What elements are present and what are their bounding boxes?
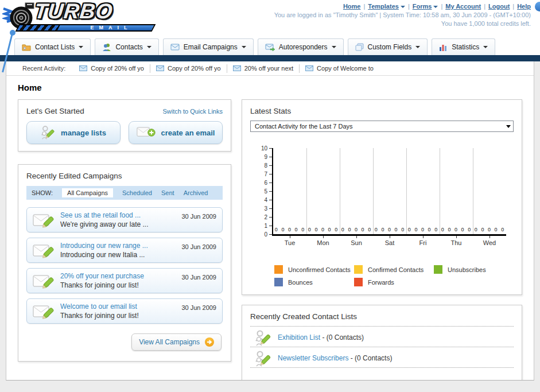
latest-stats-title: Latest Stats bbox=[250, 107, 514, 115]
legend-swatch-icon bbox=[354, 265, 363, 274]
tab-statistics[interactable]: Statistics bbox=[432, 38, 495, 55]
data-value-label: 0 bbox=[468, 227, 471, 232]
campaign-row[interactable]: 20% off your next purchase Thanks for jo… bbox=[26, 268, 223, 293]
campaign-title-link[interactable]: See us at the retail food ... bbox=[60, 211, 170, 219]
create-email-button[interactable]: create an email bbox=[129, 121, 223, 144]
x-axis-label: Wed bbox=[478, 239, 501, 246]
tab-email-campaigns[interactable]: Email Campaigns bbox=[163, 38, 254, 55]
x-axis-tick bbox=[456, 236, 457, 238]
campaign-subtitle: Introducing our new Italia ... bbox=[60, 251, 170, 259]
x-axis-line bbox=[272, 234, 506, 236]
campaign-title-link[interactable]: 20% off your next purchase bbox=[60, 272, 170, 280]
header-link-help[interactable]: Help bbox=[517, 3, 531, 10]
filter-archived[interactable]: Archived bbox=[184, 189, 208, 196]
page-title: Home bbox=[18, 83, 522, 92]
data-value-label: 0 bbox=[375, 227, 378, 232]
data-value-label: 0 bbox=[321, 227, 324, 232]
y-axis-tick-label: 6 bbox=[252, 180, 267, 186]
legend-label: Unconfirmed Contacts bbox=[288, 266, 351, 273]
contact-list-link[interactable]: Newsletter Subscribers bbox=[278, 354, 348, 362]
campaign-date: 30 Jun 2009 bbox=[181, 243, 216, 250]
recent-activity-bar: Recent Activity: Copy of 20% off yo Copy… bbox=[6, 61, 534, 76]
legend-item: Unsubscribes bbox=[434, 265, 514, 274]
filter-scheduled[interactable]: Scheduled bbox=[122, 189, 152, 196]
recent-activity-item[interactable]: Copy of 20% off yo bbox=[73, 64, 150, 73]
contact-list-row[interactable]: Newsletter Subscribers - (0 Contacts) bbox=[250, 347, 514, 368]
campaign-title-link[interactable]: Introducing our new range ... bbox=[60, 242, 170, 250]
legend-label: Confirmed Contacts bbox=[368, 266, 424, 273]
tab-custom-fields[interactable]: Custom Fields bbox=[348, 38, 428, 55]
envelope-icon bbox=[305, 65, 313, 71]
x-axis-tick bbox=[423, 236, 424, 238]
data-value-label: 0 bbox=[295, 227, 298, 232]
get-started-panel: Let's Get Started Switch to Quick Links bbox=[18, 99, 231, 152]
x-axis-label: Mon bbox=[312, 239, 335, 246]
tab-contacts[interactable]: Contacts bbox=[95, 38, 158, 55]
header-link-logout[interactable]: Logout bbox=[488, 3, 510, 10]
x-axis-label: Fri bbox=[411, 239, 434, 246]
campaign-row[interactable]: Welcome to our email list Thanks for joi… bbox=[26, 298, 223, 324]
data-value-label: 0 bbox=[335, 227, 337, 232]
legend-item: Unconfirmed Contacts bbox=[274, 265, 354, 274]
show-label: SHOW: bbox=[32, 189, 53, 196]
x-axis-tick bbox=[323, 236, 324, 238]
view-all-campaigns-button[interactable]: View All Campaigns bbox=[131, 333, 222, 351]
campaign-title-link[interactable]: Welcome to our email list bbox=[60, 302, 170, 311]
y-axis-line bbox=[272, 148, 273, 234]
campaign-row[interactable]: See us at the retail food ... We're givi… bbox=[26, 207, 223, 232]
turbo-outlet bbox=[25, 3, 34, 9]
header-link-templates[interactable]: Templates bbox=[368, 3, 399, 10]
campaign-row[interactable]: Introducing our new range ... Introducin… bbox=[26, 238, 223, 263]
latest-stats-panel: Latest Stats Contact Activity for the La… bbox=[242, 99, 522, 295]
data-value-label: 0 bbox=[275, 227, 278, 232]
footer-space bbox=[0, 381, 540, 391]
contact-list-link[interactable]: Exhibition List bbox=[278, 333, 320, 341]
data-value-label: 0 bbox=[481, 227, 484, 232]
recently-edited-campaigns-panel: Recently Edited Campaigns SHOW: All Camp… bbox=[18, 164, 231, 362]
people-icon bbox=[102, 43, 111, 51]
header-link-home[interactable]: Home bbox=[343, 3, 361, 10]
switch-quick-links-link[interactable]: Switch to Quick Links bbox=[162, 108, 223, 115]
tab-contact-lists[interactable]: Contact Lists bbox=[14, 38, 91, 55]
envelope-plus-icon bbox=[137, 126, 156, 139]
envelope-icon bbox=[170, 44, 180, 51]
arrow-right-icon bbox=[205, 337, 214, 347]
logo-title: TURBO bbox=[33, 0, 114, 24]
chart-gridline bbox=[473, 148, 473, 234]
legend-item: Bounces bbox=[274, 278, 354, 286]
data-value-label: 0 bbox=[461, 227, 464, 232]
recent-activity-item[interactable]: Copy of Welcome to bbox=[300, 64, 379, 73]
campaigns-title: Recently Edited Campaigns bbox=[26, 172, 223, 180]
data-value-label: 0 bbox=[308, 227, 311, 232]
filter-sent[interactable]: Sent bbox=[161, 189, 174, 196]
chevron-down-icon bbox=[483, 46, 488, 48]
filter-all-campaigns[interactable]: All Campaigns bbox=[62, 188, 113, 197]
data-value-label: 0 bbox=[501, 227, 504, 232]
header-link-my-account[interactable]: My Account bbox=[445, 3, 481, 10]
chevron-down-icon bbox=[401, 6, 405, 8]
data-value-label: 0 bbox=[421, 227, 424, 232]
x-axis-tick bbox=[390, 236, 390, 238]
help-bubble-icon[interactable] bbox=[535, 2, 540, 11]
header-link-forms[interactable]: Forms bbox=[413, 3, 432, 10]
navy-divider-bar bbox=[0, 55, 540, 61]
legend-item: Forwards bbox=[354, 278, 434, 286]
y-axis-tick-label: 0 bbox=[252, 231, 267, 238]
chart-legend: Unconfirmed ContactsConfirmed ContactsUn… bbox=[274, 265, 514, 286]
x-axis-label: Thu bbox=[445, 239, 468, 246]
chart-gridline bbox=[406, 148, 407, 234]
legend-swatch-icon bbox=[274, 278, 283, 286]
tab-autoresponders[interactable]: Autoresponders bbox=[258, 38, 344, 55]
y-axis-tick-label: 3 bbox=[252, 205, 267, 212]
manage-lists-button[interactable]: manage lists bbox=[26, 121, 121, 144]
data-value-label: 0 bbox=[288, 227, 291, 232]
recent-activity-item[interactable]: Copy of 20% off yo bbox=[150, 64, 227, 73]
data-value-label: 0 bbox=[362, 227, 364, 232]
data-value-label: 0 bbox=[408, 227, 411, 232]
legend-swatch-icon bbox=[434, 265, 442, 274]
stats-period-select[interactable]: Contact Activity for the Last 7 Days bbox=[250, 121, 514, 132]
contact-list-row[interactable]: Exhibition List - (0 Contacts) bbox=[250, 327, 514, 347]
data-value-label: 0 bbox=[454, 227, 457, 232]
data-value-label: 0 bbox=[381, 227, 384, 232]
recent-activity-item[interactable]: 20% off your next bbox=[227, 64, 300, 73]
